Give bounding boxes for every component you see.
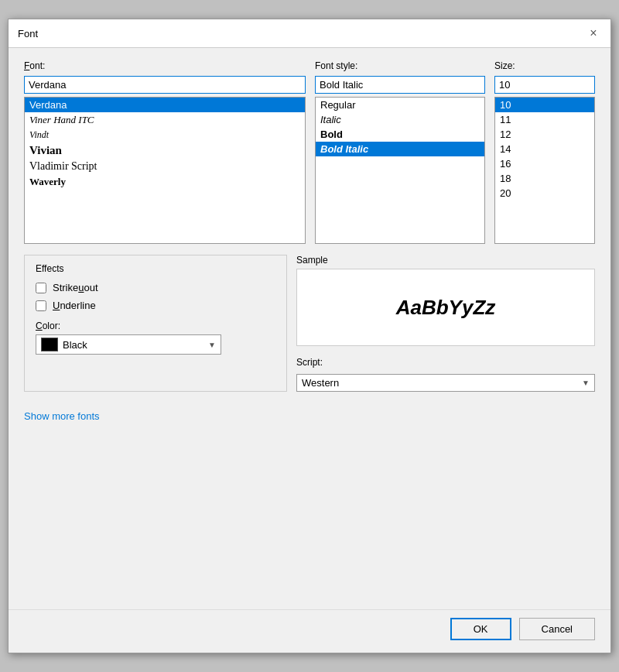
list-item[interactable]: 11	[495, 112, 594, 127]
show-more-fonts-link[interactable]: Show more fonts	[24, 410, 595, 422]
effects-title: Effects	[36, 263, 275, 274]
sample-text: AaBbYyZz	[396, 296, 496, 320]
strikeout-label[interactable]: Strikeuout	[53, 282, 98, 293]
title-bar: Font ×	[9, 19, 610, 48]
underline-checkbox[interactable]	[36, 300, 46, 311]
list-item[interactable]: Viner Hand ITC	[25, 112, 305, 128]
script-dropdown[interactable]: Western ▼	[296, 374, 595, 392]
color-row: Color: Black ▼	[36, 321, 275, 355]
ok-button[interactable]: OK	[450, 618, 511, 640]
color-swatch	[41, 338, 58, 351]
list-item[interactable]: Bold	[316, 127, 484, 142]
list-item[interactable]: 20	[495, 186, 594, 201]
dialog-body: Font: Verdana Viner Hand ITC Vindt Vivia…	[9, 48, 610, 609]
list-item[interactable]: Vivian	[25, 142, 305, 159]
top-row: Font: Verdana Viner Hand ITC Vindt Vivia…	[24, 60, 595, 244]
list-item[interactable]: 18	[495, 171, 594, 186]
list-item[interactable]: Vladimir Script	[25, 159, 305, 174]
script-dropdown-arrow-icon: ▼	[582, 379, 590, 387]
script-label: Script:	[296, 357, 595, 368]
size-label: Size:	[494, 60, 595, 71]
style-list[interactable]: Regular Italic Bold Bold Italic	[315, 97, 485, 244]
style-label: Font style:	[315, 60, 485, 71]
font-input[interactable]	[24, 76, 306, 94]
underline-label[interactable]: Underline	[53, 300, 96, 311]
dropdown-arrow-icon: ▼	[208, 341, 216, 349]
font-section: Font: Verdana Viner Hand ITC Vindt Vivia…	[24, 60, 306, 244]
cancel-button[interactable]: Cancel	[519, 618, 595, 640]
list-item[interactable]: Verdana	[25, 98, 305, 112]
font-dialog: Font × Font: Verdana Viner Hand ITC Vind…	[8, 19, 611, 653]
color-label: Color:	[36, 321, 275, 331]
strikeout-row: Strikeuout	[36, 282, 275, 293]
close-button[interactable]: ×	[586, 26, 601, 41]
size-list[interactable]: 10 11 12 14 16 18 20	[494, 97, 595, 244]
color-value: Black	[63, 339, 203, 351]
list-item[interactable]: 12	[495, 127, 594, 142]
size-input[interactable]	[494, 76, 595, 94]
font-list[interactable]: Verdana Viner Hand ITC Vindt Vivian Vlad…	[24, 97, 306, 244]
script-value: Western	[302, 377, 339, 389]
sample-label: Sample	[296, 255, 595, 266]
list-item[interactable]: Vindt	[25, 128, 305, 142]
effects-box: Effects Strikeuout Underline Color: Blac…	[24, 255, 287, 392]
list-item[interactable]: Regular	[316, 98, 484, 112]
list-item[interactable]: 14	[495, 142, 594, 156]
script-row: Script: Western ▼	[296, 357, 595, 392]
list-item[interactable]: Italic	[316, 112, 484, 127]
style-section: Font style: Regular Italic Bold Bold Ita…	[315, 60, 485, 244]
list-item[interactable]: 10	[495, 98, 594, 112]
font-label: Font:	[24, 60, 306, 71]
dialog-footer: OK Cancel	[9, 609, 610, 653]
sample-section: Sample AaBbYyZz	[296, 255, 595, 346]
list-item[interactable]: 16	[495, 156, 594, 171]
sample-box: AaBbYyZz	[296, 269, 595, 346]
middle-row: Effects Strikeuout Underline Color: Blac…	[24, 255, 595, 392]
strikeout-checkbox[interactable]	[36, 283, 46, 293]
size-section: Size: 10 11 12 14 16 18 20	[494, 60, 595, 244]
color-dropdown[interactable]: Black ▼	[36, 334, 221, 355]
underline-row: Underline	[36, 300, 275, 311]
style-input[interactable]	[315, 76, 485, 94]
dialog-title: Font	[18, 28, 38, 39]
sample-script-col: Sample AaBbYyZz Script: Western ▼	[296, 255, 595, 392]
list-item[interactable]: Bold Italic	[316, 142, 484, 156]
list-item[interactable]: Waverly	[25, 174, 305, 190]
